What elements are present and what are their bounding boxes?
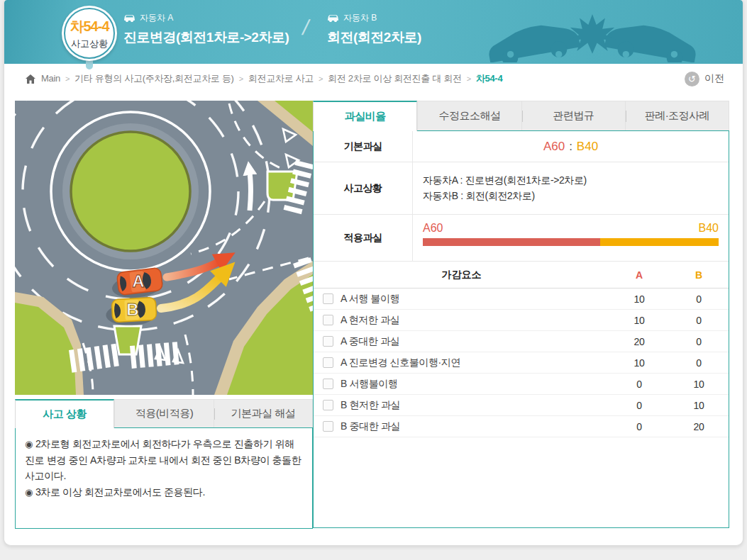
factor-checkbox[interactable] [323, 400, 333, 410]
situation-line-b: 자동차B : 회전(회전2차로) [423, 189, 729, 204]
factor-row: B 현저한 과실 0 10 [314, 395, 729, 416]
basic-fault-value: A60 : B40 [413, 131, 729, 162]
back-button-label: 이전 [704, 72, 724, 85]
tab-fault-ratio[interactable]: 과실비율 [313, 101, 417, 131]
breadcrumb-items: Main>기타 유형의 사고(주차장,회전교차로 등)>회전교차로 사고>회전 … [41, 72, 502, 85]
applied-fault-label: 적용과실 [314, 215, 413, 261]
factor-row: A 서행 불이행 10 0 [314, 289, 729, 310]
situation-value: 자동차A : 진로변경(회전1차로->2차로) 자동차B : 회전(회전2차로) [413, 162, 729, 214]
vehicle-a-title: 진로변경(회전1차로->2차로) [123, 28, 289, 47]
factors-header-title: 가감요소 [314, 269, 609, 281]
basic-fault-b: B40 [577, 140, 598, 154]
situation-line-a: 자동차A : 진로변경(회전1차로->2차로) [423, 173, 729, 189]
factor-value-a: 10 [609, 357, 669, 369]
accident-header: 차54-4 사고상황 자동차 A 진로변경(회전1차로->2차로) / [4, 0, 743, 64]
left-column: A B 사고 상황 적용(비적용) 기본과실 해설 ◉2차로형 회전교차로에서 … [15, 101, 313, 529]
basic-fault-a: A60 [543, 140, 565, 154]
factor-value-a: 10 [609, 293, 669, 305]
factor-value-b: 0 [669, 336, 729, 347]
factor-value-b: 10 [669, 379, 729, 390]
back-button[interactable]: ↺ 이전 [685, 72, 724, 86]
svg-text:B: B [126, 300, 138, 319]
factors-col-b: B [669, 269, 729, 281]
breadcrumb-separator: > [234, 74, 248, 83]
factor-row: A 현저한 과실 10 0 [314, 310, 729, 331]
factors-header-row: 가감요소 A B [314, 262, 729, 289]
breadcrumb-item[interactable]: 기타 유형의 사고(주차장,회전교차로 등) [74, 73, 234, 84]
breadcrumb-item[interactable]: 회전교차로 사고 [248, 73, 314, 84]
vehicle-a-tag: 자동차 A [140, 12, 173, 24]
breadcrumb-separator: > [60, 74, 74, 83]
vehicle-b-header: 자동차 B 회전(회전2차로) [327, 12, 421, 47]
factor-checkbox[interactable] [323, 293, 333, 304]
factor-value-a: 0 [609, 400, 669, 411]
svg-text:A: A [132, 271, 144, 291]
situation-row: 사고상황 자동차A : 진로변경(회전1차로->2차로) 자동차B : 회전(회… [314, 162, 729, 215]
breadcrumb-item: 차54-4 [476, 73, 503, 84]
breadcrumb: Main>기타 유형의 사고(주차장,회전교차로 등)>회전교차로 사고>회전 … [26, 72, 502, 85]
fault-bar-a [423, 238, 600, 246]
description-bullet-line: ◉3차로 이상 회전교차로에서도 준용된다. [25, 484, 303, 500]
vehicle-b-tag: 자동차 B [343, 12, 377, 24]
description-bullet-line: ◉2차로형 회전교차로에서 회전하다가 우측으로 진출하기 위해 진로 변경 중… [25, 436, 303, 484]
tab-modifier-commentary[interactable]: 수정요소해설 [417, 101, 521, 130]
factor-row: B 서행불이행 0 10 [314, 374, 729, 395]
bullet-icon: ◉ [25, 487, 33, 498]
back-icon: ↺ [685, 72, 699, 86]
car-front-icon [123, 14, 135, 23]
factor-value-b: 0 [669, 315, 729, 326]
basic-fault-label: 기본과실 [314, 131, 413, 162]
applied-b-label: B40 [699, 222, 719, 235]
fault-ratio-panel: 기본과실 A60 : B40 사고상황 자동차A : 진로변경(회전1차로->2… [313, 130, 729, 528]
vehicle-b-title: 회전(회전2차로) [327, 28, 421, 47]
factor-label: A 현저한 과실 [341, 314, 609, 327]
case-code: 차54-4 [70, 17, 109, 36]
factor-value-a: 0 [609, 421, 669, 432]
case-badge-circle: 차54-4 사고상황 [62, 6, 117, 61]
factor-value-a: 20 [609, 336, 669, 347]
accident-description-box: ◉2차로형 회전교차로에서 회전하다가 우측으로 진출하기 위해 진로 변경 중… [15, 427, 313, 529]
factors-col-a: A [609, 269, 669, 281]
car-front-icon [327, 14, 339, 23]
tab-accident-situation[interactable]: 사고 상황 [15, 399, 114, 428]
factor-value-b: 0 [669, 357, 729, 369]
basic-fault-row: 기본과실 A60 : B40 [314, 131, 729, 162]
factor-row: A 중대한 과실 20 0 [314, 331, 729, 352]
tab-applied-notapplied[interactable]: 적용(비적용) [114, 399, 214, 427]
home-icon[interactable] [26, 74, 35, 84]
breadcrumb-separator: > [314, 74, 328, 83]
tab-related-laws[interactable]: 관련법규 [522, 101, 626, 130]
page-card: 차54-4 사고상황 자동차 A 진로변경(회전1차로->2차로) / [4, 0, 743, 546]
factor-checkbox[interactable] [323, 336, 333, 347]
tab-basic-fault-commentary[interactable]: 기본과실 해설 [214, 399, 313, 427]
applied-fault-row: 적용과실 A60 B40 [314, 215, 729, 262]
situation-label: 사고상황 [314, 162, 413, 214]
factor-checkbox[interactable] [323, 357, 333, 368]
right-tab-group: 과실비율 수정요소해설 관련법규 판례·조정사례 [313, 101, 729, 130]
factor-row: B 중대한 과실 0 20 [314, 416, 729, 437]
fault-bar-b [600, 238, 719, 246]
factor-checkbox[interactable] [323, 315, 333, 325]
collision-cars-icon [486, 13, 699, 62]
factor-checkbox[interactable] [323, 421, 333, 432]
factor-label: B 현저한 과실 [341, 399, 609, 412]
factor-value-a: 0 [609, 379, 669, 390]
factor-label: B 서행불이행 [341, 378, 609, 391]
factor-checkbox[interactable] [323, 379, 333, 389]
factor-row: A 진로변경 신호불이행·지연 10 0 [314, 352, 729, 374]
tab-precedents[interactable]: 판례·조정사례 [626, 101, 729, 130]
factor-value-a: 10 [609, 315, 669, 326]
factor-value-b: 0 [669, 293, 729, 305]
factor-label: A 중대한 과실 [341, 335, 609, 348]
bullet-icon: ◉ [25, 439, 33, 449]
breadcrumb-item[interactable]: 회전 2차로 이상 회전진출 대 회전 [328, 73, 462, 84]
factor-label: A 진로변경 신호불이행·지연 [341, 357, 609, 369]
header-divider: / [300, 16, 311, 40]
factor-value-b: 10 [669, 400, 729, 411]
applied-a-label: A60 [423, 222, 443, 235]
right-column: 과실비율 수정요소해설 관련법규 판례·조정사례 기본과실 A60 : B40 [313, 101, 729, 529]
roundabout-accident-diagram: A B [15, 101, 313, 395]
case-badge-label: 사고상황 [71, 38, 108, 50]
factors-list: A 서행 불이행 10 0 A 현저한 과실 10 0 A 중대한 과실 20 … [314, 289, 729, 437]
breadcrumb-item[interactable]: Main [41, 73, 60, 84]
